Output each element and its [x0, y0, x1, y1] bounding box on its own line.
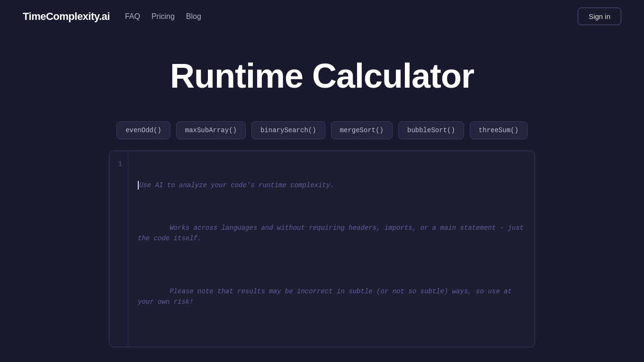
nav-pricing[interactable]: Pricing — [152, 12, 175, 21]
editor-inner: 1 Use AI to analyze your code's runtime … — [109, 151, 535, 347]
tab-bubblesort[interactable]: bubbleSort() — [398, 121, 464, 139]
tab-evenodd[interactable]: evenOdd() — [116, 121, 170, 139]
line-numbers: 1 — [109, 151, 128, 347]
tab-mergesort[interactable]: mergeSort() — [331, 121, 393, 139]
nav-faq[interactable]: FAQ — [125, 12, 140, 21]
placeholder-line3-wrapper: Please note that results may be incorrec… — [138, 275, 525, 318]
placeholder-line3: Please note that results may be incorrec… — [138, 288, 516, 306]
hero-section: Runtime Calculator — [0, 33, 644, 110]
tab-threesum[interactable]: threeSum() — [470, 121, 528, 139]
cursor-line: Use AI to analyze your code's runtime co… — [138, 180, 525, 190]
example-tabs-container: evenOdd() maxSubArray() binarySearch() m… — [0, 110, 644, 147]
sign-in-button[interactable]: Sign in — [578, 8, 621, 25]
line-number-1: 1 — [115, 159, 122, 169]
text-cursor — [138, 181, 139, 190]
navbar: TimeComplexity.ai FAQ Pricing Blog Sign … — [0, 0, 644, 33]
placeholder-line1: Use AI to analyze your code's runtime co… — [139, 180, 334, 190]
page-title: Runtime Calculator — [23, 57, 621, 95]
submit-area: Write some code... — [0, 359, 644, 362]
editor-text-area[interactable]: Use AI to analyze your code's runtime co… — [128, 151, 535, 347]
nav-links: FAQ Pricing Blog — [125, 12, 201, 21]
tab-maxsubarray[interactable]: maxSubArray() — [176, 121, 246, 139]
brand-name[interactable]: TimeComplexity.ai — [23, 10, 110, 23]
nav-left: TimeComplexity.ai FAQ Pricing Blog — [23, 10, 201, 23]
nav-blog[interactable]: Blog — [186, 12, 201, 21]
placeholder-line2-wrapper: Works across languages and without requi… — [138, 212, 525, 254]
tab-binarysearch[interactable]: binarySearch() — [251, 121, 325, 139]
placeholder-line2: Works across languages and without requi… — [138, 224, 528, 242]
code-editor[interactable]: 1 Use AI to analyze your code's runtime … — [109, 151, 535, 347]
